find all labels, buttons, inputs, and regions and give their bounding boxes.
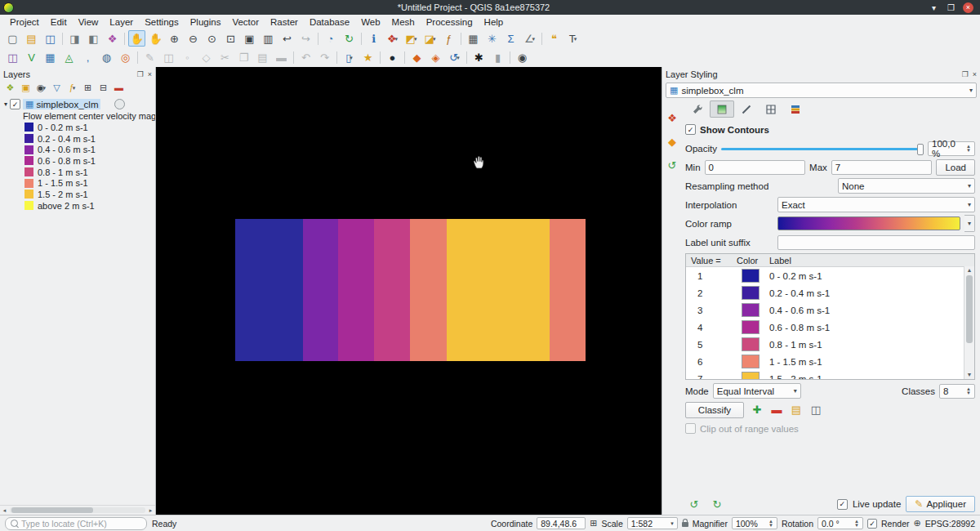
menu-edit[interactable]: Edit — [45, 16, 73, 28]
style-manager-icon[interactable]: ❖ — [104, 30, 121, 47]
load-ramp-icon[interactable]: ▤ — [787, 402, 805, 418]
window-menu-icon[interactable]: ▾ — [929, 2, 939, 13]
remove-layer-icon[interactable]: ▬ — [112, 82, 126, 94]
rotation-spinbox[interactable]: 0.0 ° ▲▼ — [817, 517, 863, 529]
zoom-full-icon[interactable]: ⊡ — [222, 30, 239, 47]
menu-project[interactable]: Project — [4, 16, 45, 28]
zoom-in-icon[interactable]: ⊕ — [166, 30, 183, 47]
undo-style-icon[interactable]: ↺ — [685, 496, 703, 512]
map-tips-icon[interactable]: ❝ — [546, 30, 563, 47]
run-feature-action-icon[interactable]: ❖▾ — [384, 30, 401, 47]
manage-map-themes-icon[interactable]: ◉▾ — [34, 82, 48, 94]
color-ramp-preview[interactable] — [777, 216, 960, 230]
pan-to-selection-icon[interactable]: ✋ — [147, 30, 164, 47]
maximize-icon[interactable]: ❐ — [946, 2, 956, 13]
float-panel-icon[interactable]: ❐ — [962, 70, 969, 78]
measure-icon[interactable]: ∠▾ — [521, 30, 538, 47]
pan-map-icon[interactable]: ✋ — [128, 30, 145, 47]
menu-layer[interactable]: Layer — [104, 16, 139, 28]
menu-web[interactable]: Web — [355, 16, 385, 28]
processing-toolbox-icon[interactable]: ✳ — [483, 30, 501, 47]
remove-class-icon[interactable]: ▬ — [768, 402, 786, 418]
zoom-to-layer-icon[interactable]: ▥ — [260, 30, 277, 47]
scroll-thumb[interactable] — [966, 275, 973, 343]
zoom-out-icon[interactable]: ⊖ — [185, 30, 202, 47]
classify-button[interactable]: Classify — [685, 402, 744, 418]
open-project-icon[interactable]: ▤ — [23, 30, 40, 47]
label-column-header[interactable]: Label — [769, 256, 974, 266]
layer-name-highlight[interactable]: ▦ simplebox_clm — [23, 99, 100, 109]
resampling-combobox[interactable]: None ▾ — [838, 178, 975, 194]
add-mesh-layer-icon[interactable]: ◬ — [60, 50, 78, 66]
table-row[interactable]: 40.6 - 0.8 m s-1 — [686, 319, 974, 336]
zoom-native-icon[interactable]: ⊙ — [203, 30, 220, 47]
spin-arrows-icon[interactable]: ▲▼ — [854, 520, 859, 527]
label-unit-suffix-input[interactable] — [777, 235, 975, 250]
mode-combobox[interactable]: Equal Interval ▾ — [713, 383, 801, 399]
scroll-track[interactable] — [10, 507, 145, 513]
legend-item[interactable]: 0.6 - 0.8 m s-1 — [0, 155, 155, 167]
layout-manager-icon[interactable]: ◧ — [85, 30, 102, 47]
opacity-slider[interactable] — [721, 142, 924, 155]
deselect-features-icon[interactable]: ◪▾ — [421, 30, 439, 47]
compass-icon[interactable]: ◉ — [514, 50, 531, 66]
open-layer-styling-icon[interactable]: ❖ — [3, 82, 17, 94]
table-row[interactable]: 30.4 - 0.6 m s-1 — [686, 301, 974, 319]
menu-settings[interactable]: Settings — [139, 16, 185, 28]
locator-input[interactable]: Type to locate (Ctrl+K) — [5, 517, 147, 530]
close-panel-icon[interactable]: × — [148, 70, 152, 78]
redo-style-icon[interactable]: ↻ — [708, 496, 726, 512]
expand-all-icon[interactable]: ⊞ — [81, 82, 95, 94]
spin-arrows-icon[interactable]: ▲▼ — [966, 387, 971, 395]
scroll-left-icon[interactable]: ◂ — [0, 507, 9, 514]
layer-row[interactable]: ▾ ▦ simplebox_clm — [0, 98, 155, 110]
menu-processing[interactable]: Processing — [421, 16, 479, 28]
menu-mesh[interactable]: Mesh — [386, 16, 421, 28]
symbology-tab-icon[interactable]: ❖ — [664, 109, 681, 126]
menu-plugins[interactable]: Plugins — [185, 16, 227, 28]
table-vertical-scrollbar[interactable]: ▲ ▼ — [964, 266, 974, 379]
apply-button[interactable]: ✎ Appliquer — [906, 496, 975, 512]
collapse-all-icon[interactable]: ⊟ — [96, 82, 110, 94]
chevron-down-icon[interactable]: ▾ — [964, 215, 975, 232]
legend-item[interactable]: 0.2 - 0.4 m s-1 — [0, 133, 155, 145]
3d-view-tab-icon[interactable]: ◆ — [664, 133, 681, 149]
zoom-next-icon[interactable]: ↪ — [297, 30, 314, 47]
web-metasearch-icon[interactable]: ● — [384, 50, 401, 66]
select-by-expression-icon[interactable]: ƒ — [440, 30, 457, 47]
table-row[interactable]: 10 - 0.2 m s-1 — [686, 267, 974, 284]
spin-arrows-icon[interactable]: ▲▼ — [966, 145, 971, 152]
legend-item[interactable]: above 2 m s-1 — [0, 200, 155, 212]
tab-general-settings[interactable] — [685, 100, 710, 118]
report-bug-icon[interactable]: ✱ — [470, 50, 488, 66]
load-button[interactable]: Load — [936, 159, 975, 176]
max-input[interactable]: 7 — [831, 160, 933, 175]
live-update-checkbox[interactable] — [837, 499, 848, 510]
open-attribute-table-icon[interactable]: ▦ — [465, 30, 482, 47]
close-icon[interactable]: × — [963, 2, 973, 13]
zoom-last-icon[interactable]: ↩ — [278, 30, 296, 47]
scroll-up-icon[interactable]: ▲ — [967, 266, 973, 274]
lock-icon[interactable] — [682, 522, 688, 527]
history-tab-icon[interactable]: ↺ — [664, 157, 681, 173]
render-checkbox[interactable] — [867, 519, 877, 529]
new-print-layout-icon[interactable]: ◨ — [66, 30, 83, 47]
add-class-icon[interactable]: ✚ — [748, 402, 766, 418]
datasource-manager-icon[interactable]: ◫ — [4, 50, 21, 66]
table-row[interactable]: 61 - 1.5 m s-1 — [686, 353, 974, 370]
close-panel-icon[interactable]: × — [973, 70, 977, 78]
save-ramp-icon[interactable]: ◫ — [807, 402, 825, 418]
interpolation-combobox[interactable]: Exact ▾ — [777, 197, 975, 212]
table-row[interactable]: 71.5 - 2 m s-1 — [686, 370, 974, 380]
refresh-icon[interactable]: ↻ — [341, 30, 358, 47]
spin-arrows-icon[interactable]: ▲▼ — [768, 520, 773, 527]
clip-out-of-range-checkbox[interactable] — [685, 423, 696, 434]
add-group-icon[interactable]: ▣ — [19, 82, 33, 94]
scroll-down-icon[interactable]: ▼ — [967, 371, 973, 379]
table-row[interactable]: 50.8 - 1 m s-1 — [686, 336, 974, 353]
extent-icon[interactable]: ⊞ — [590, 518, 597, 529]
layers-horizontal-scrollbar[interactable]: ◂ ▸ — [0, 505, 155, 515]
scroll-thumb[interactable] — [11, 507, 93, 513]
grass-region-icon[interactable]: ◈ — [427, 50, 444, 66]
select-features-icon[interactable]: ◩▾ — [403, 30, 420, 47]
